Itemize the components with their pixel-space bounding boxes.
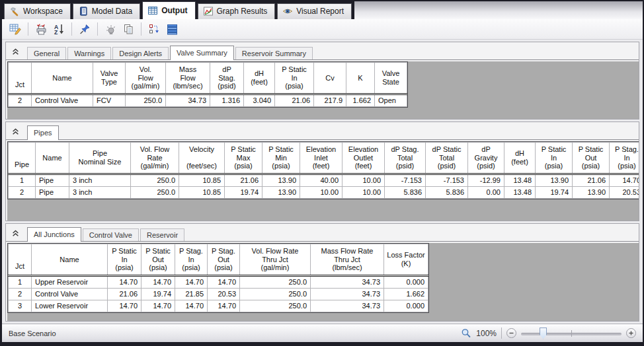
panel-tab[interactable]: Reservoir Summary (235, 47, 313, 59)
print-button[interactable] (33, 21, 49, 37)
table-row[interactable]: 1Upper Reservoir14.7014.7014.7014.70250.… (9, 275, 428, 288)
tab-workspace[interactable]: Workspace (4, 3, 71, 19)
transfer-data-button[interactable] (146, 21, 162, 37)
column-header[interactable]: Jct (9, 244, 32, 276)
column-header[interactable]: Valve State (375, 63, 407, 94)
cell: 13.90 (262, 174, 300, 186)
column-header[interactable]: Valve Type (93, 63, 126, 94)
column-header[interactable]: dH (feet) (244, 63, 275, 94)
column-header[interactable]: Loss Factor (K) (384, 244, 428, 276)
column-header[interactable]: Name (32, 244, 108, 276)
tab-visual-report[interactable]: Visual Report (277, 3, 352, 19)
status-bar: Base Scenario 100% (2, 324, 643, 342)
sort-button[interactable]: A Z (51, 21, 67, 37)
column-header[interactable]: P Static Out (psia) (141, 244, 175, 276)
panel-tab[interactable]: Design Alerts (112, 47, 169, 59)
svg-text:Z: Z (54, 29, 58, 36)
summary-panel-content: JctNameValve TypeVol. Flow (gal/min)Mass… (6, 59, 639, 119)
zoom-slider[interactable] (521, 328, 622, 339)
pin-button[interactable] (77, 21, 93, 37)
column-header[interactable]: K (346, 63, 375, 94)
column-header[interactable]: Mass Flow Rate Thru Jct (lbm/sec) (311, 244, 384, 276)
notebook-icon (78, 6, 89, 17)
tab-model-data[interactable]: Model Data (73, 3, 140, 19)
column-header[interactable]: P Static Max (psia) (225, 143, 262, 174)
column-header[interactable]: Vol. Flow Rate Thru Jct (gal/min) (240, 244, 311, 276)
cell: 10.85 (179, 174, 225, 186)
panel-tab[interactable]: Valve Summary (170, 46, 234, 60)
column-header[interactable]: P Static Out (psia) (573, 143, 610, 174)
column-header[interactable]: Pipe (9, 143, 36, 174)
status-separator (501, 328, 502, 339)
header-row: JctNameValve TypeVol. Flow (gal/min)Mass… (9, 63, 407, 94)
column-header[interactable]: P Stag. In (psia) (610, 143, 639, 174)
collapse-summary-panel-button[interactable] (9, 46, 22, 57)
magnifier-icon (461, 328, 471, 339)
junctions-table[interactable]: JctNameP Static In (psia)P Static Out (p… (8, 244, 428, 312)
panel-tab[interactable]: Reservoir (140, 228, 184, 241)
cell: 13.90 (536, 174, 573, 186)
cell: 3.040 (244, 94, 275, 106)
cell: 13.48 (504, 186, 536, 198)
column-header[interactable]: Pipe Nominal Size (69, 143, 131, 174)
tab-label: Output (161, 6, 187, 15)
column-header[interactable]: dP Static Total (psid) (426, 143, 468, 174)
cell: 34.73 (311, 288, 384, 300)
column-header[interactable]: dP Gravity (psid) (468, 143, 504, 174)
column-header[interactable]: dP Stag. (psid) (210, 63, 244, 94)
table-row[interactable]: 1Pipe3 inch250.010.8521.0613.9040.0010.0… (9, 174, 639, 186)
column-header[interactable]: P Static In (psia) (536, 143, 573, 174)
column-header[interactable]: Elevation Inlet (feet) (300, 143, 342, 174)
column-header[interactable]: Vol. Flow (gal/min) (126, 63, 166, 94)
zoom-out-button[interactable] (506, 328, 516, 338)
column-header[interactable]: Velocity (feet/sec) (179, 143, 225, 174)
tab-output[interactable]: Output (142, 1, 195, 19)
toolbar-separator (97, 22, 98, 36)
output-workspace: General Warnings Design Alerts Valve Sum… (2, 40, 643, 324)
column-header[interactable]: Name (32, 63, 93, 94)
table-row[interactable]: 2Control ValveFCV250.034.731.3163.04021.… (9, 94, 407, 106)
column-header[interactable]: Jct (9, 63, 32, 94)
zoom-slider-thumb[interactable] (540, 328, 547, 339)
column-header[interactable]: P Stag. In (psia) (175, 244, 208, 276)
zoom-controls: 100% (461, 328, 643, 339)
column-header[interactable]: dP Stag. Total (psid) (385, 143, 426, 174)
table-row[interactable]: 3Lower Reservoir14.7014.7014.7014.70250.… (9, 300, 428, 312)
column-header[interactable]: Vol. Flow Rate (gal/min) (131, 143, 179, 174)
rows-display-button[interactable] (164, 21, 180, 37)
column-header[interactable]: P Static In (psia) (275, 63, 314, 94)
cell: 19.74 (536, 186, 573, 198)
panel-tab[interactable]: General (27, 47, 66, 59)
collapse-junctions-panel-button[interactable] (9, 228, 22, 239)
panel-tab[interactable]: Warnings (67, 47, 111, 59)
column-header[interactable]: P Static In (psia) (108, 244, 141, 276)
format-output-icon (9, 23, 22, 36)
collapse-pipes-panel-button[interactable] (9, 126, 22, 137)
toolbar-separator (71, 22, 72, 36)
main-tabs: Workspace Model Data Output (2, 1, 354, 19)
cell: Pipe (36, 174, 69, 186)
highlight-button[interactable] (102, 21, 118, 37)
format-output-button[interactable] (7, 21, 23, 37)
cell: 5.836 (385, 186, 426, 198)
column-header[interactable]: P Stag. Out (psia) (208, 244, 240, 276)
tab-graph-results[interactable]: Graph Results (198, 3, 276, 19)
pipes-table[interactable]: PipeNamePipe Nominal SizeVol. Flow Rate … (8, 142, 639, 199)
panel-tab[interactable]: Control Valve (83, 228, 139, 241)
table-row[interactable]: 2Control Valve21.0619.7421.8520.53250.03… (9, 288, 428, 300)
plus-icon (628, 330, 634, 336)
panel-tab[interactable]: All Junctions (27, 227, 81, 242)
column-header[interactable]: dH (feet) (504, 143, 536, 174)
hammer-icon (9, 6, 20, 17)
scenario-label: Base Scenario (2, 329, 56, 337)
column-header[interactable]: P Static Min (psia) (262, 143, 300, 174)
valve-summary-table[interactable]: JctNameValve TypeVol. Flow (gal/min)Mass… (8, 62, 407, 107)
panel-tab[interactable]: Pipes (27, 125, 59, 140)
copy-button[interactable] (120, 21, 136, 37)
column-header[interactable]: Mass Flow (lbm/sec) (166, 63, 210, 94)
column-header[interactable]: Elevation Outlet (feet) (342, 143, 385, 174)
table-row[interactable]: 2Pipe3 inch250.010.8519.7413.9010.0010.0… (9, 186, 639, 198)
column-header[interactable]: Cv (314, 63, 346, 94)
zoom-in-button[interactable] (626, 328, 636, 338)
column-header[interactable]: Name (36, 143, 69, 174)
